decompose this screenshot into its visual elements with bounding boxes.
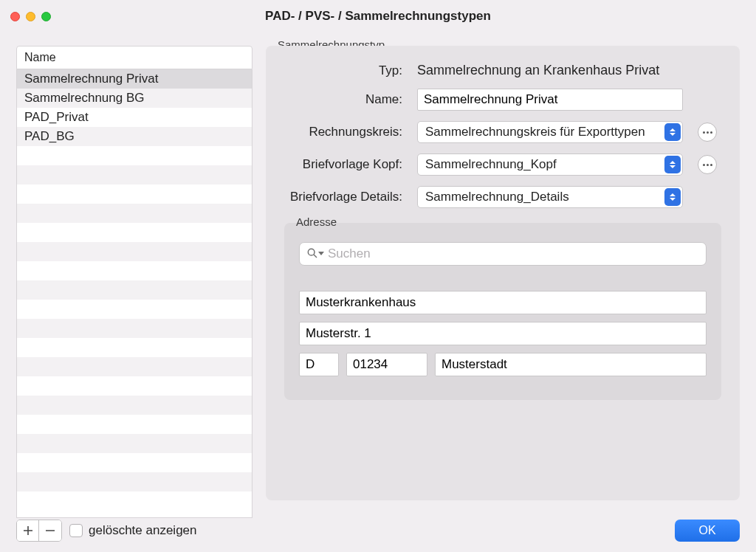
ellipsis-icon bbox=[703, 131, 712, 134]
briefvorlage-kopf-more-button[interactable] bbox=[698, 155, 717, 174]
address-group: Adresse bbox=[284, 223, 721, 400]
search-icon bbox=[306, 247, 318, 259]
chevron-updown-icon bbox=[664, 123, 681, 141]
rechnungskreis-combo[interactable]: Sammelrechnungskreis für Exporttypen bbox=[417, 121, 683, 143]
list-item[interactable] bbox=[17, 396, 252, 415]
list-item[interactable]: PAD_BG bbox=[17, 127, 252, 146]
window-controls bbox=[10, 12, 51, 21]
list-item[interactable] bbox=[17, 434, 252, 453]
plus-icon bbox=[23, 525, 33, 536]
list-item[interactable]: Sammelrechnung Privat bbox=[17, 69, 252, 89]
list-item[interactable] bbox=[17, 376, 252, 396]
list-item[interactable] bbox=[17, 184, 252, 204]
address-group-label: Adresse bbox=[293, 215, 340, 228]
list-item[interactable] bbox=[17, 415, 252, 434]
close-window-button[interactable] bbox=[10, 12, 20, 21]
show-deleted-checkbox-wrap[interactable]: gelöschte anzeigen bbox=[69, 523, 197, 538]
list-item[interactable]: Sammelrechnung BG bbox=[17, 89, 252, 108]
name-field[interactable] bbox=[417, 89, 683, 111]
typ-value: Sammelrechnung an Krankenhaus Privat bbox=[417, 63, 683, 78]
remove-button[interactable] bbox=[39, 520, 61, 541]
minimize-window-button[interactable] bbox=[26, 12, 35, 21]
list-item[interactable] bbox=[17, 453, 252, 472]
rechnungskreis-value: Sammelrechnungskreis für Exporttypen bbox=[425, 125, 645, 139]
chevron-updown-icon bbox=[664, 188, 681, 206]
typ-label: Typ: bbox=[284, 63, 402, 78]
type-list[interactable]: Sammelrechnung PrivatSammelrechnung BGPA… bbox=[16, 69, 252, 518]
briefvorlage-kopf-label: Briefvorlage Kopf: bbox=[284, 157, 402, 172]
titlebar: PAD- / PVS- / Sammelrechnungstypen bbox=[0, 0, 756, 32]
list-item[interactable] bbox=[17, 146, 252, 165]
list-item[interactable] bbox=[17, 261, 252, 280]
name-label: Name: bbox=[284, 92, 402, 107]
address-country-field[interactable] bbox=[299, 353, 339, 376]
list-item[interactable] bbox=[17, 242, 252, 261]
list-item[interactable] bbox=[17, 300, 252, 319]
window-title: PAD- / PVS- / Sammelrechnungstypen bbox=[0, 9, 756, 24]
list-item[interactable] bbox=[17, 357, 252, 376]
list-item[interactable] bbox=[17, 223, 252, 242]
address-search-input[interactable] bbox=[299, 242, 707, 266]
svg-line-1 bbox=[314, 255, 317, 258]
type-list-panel: Name Sammelrechnung PrivatSammelrechnung… bbox=[16, 46, 252, 518]
rechnungskreis-label: Rechnungskreis: bbox=[284, 125, 402, 139]
briefvorlage-details-label: Briefvorlage Details: bbox=[284, 190, 402, 204]
ellipsis-icon bbox=[703, 164, 712, 166]
rechnungskreis-more-button[interactable] bbox=[698, 123, 717, 142]
address-city-field[interactable] bbox=[435, 353, 707, 376]
briefvorlage-details-combo[interactable]: Sammelrechnung_Details bbox=[417, 186, 683, 208]
list-item[interactable] bbox=[17, 280, 252, 300]
chevron-updown-icon bbox=[664, 156, 681, 173]
list-item[interactable] bbox=[17, 472, 252, 491]
svg-point-0 bbox=[308, 249, 315, 255]
show-deleted-label: gelöschte anzeigen bbox=[89, 523, 197, 538]
list-item[interactable]: PAD_Privat bbox=[17, 108, 252, 127]
zoom-window-button[interactable] bbox=[41, 12, 51, 21]
address-zip-field[interactable] bbox=[346, 353, 427, 376]
detail-panel: Sammelrechnungstyp Typ: Sammelrechnung a… bbox=[266, 46, 740, 518]
briefvorlage-kopf-combo[interactable]: Sammelrechnung_Kopf bbox=[417, 153, 683, 176]
minus-icon bbox=[45, 525, 55, 536]
briefvorlage-kopf-value: Sammelrechnung_Kopf bbox=[425, 157, 557, 171]
ok-button[interactable]: OK bbox=[675, 520, 740, 542]
briefvorlage-details-value: Sammelrechnung_Details bbox=[425, 190, 569, 204]
chevron-down-icon bbox=[318, 252, 324, 255]
add-remove-segment bbox=[16, 520, 62, 542]
add-button[interactable] bbox=[17, 520, 39, 541]
address-street-field[interactable] bbox=[299, 322, 707, 345]
address-name-field[interactable] bbox=[299, 291, 707, 314]
list-column-header[interactable]: Name bbox=[16, 46, 252, 69]
list-item[interactable] bbox=[17, 165, 252, 184]
list-item[interactable] bbox=[17, 204, 252, 223]
show-deleted-checkbox[interactable] bbox=[69, 524, 83, 537]
list-item[interactable] bbox=[17, 338, 252, 357]
list-item[interactable] bbox=[17, 319, 252, 338]
